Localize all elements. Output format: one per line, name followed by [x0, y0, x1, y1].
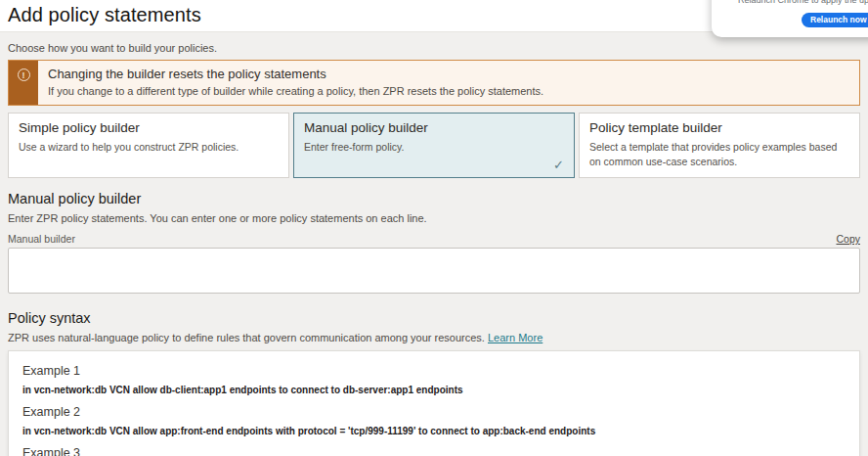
warning-icon-block: ! — [9, 61, 38, 105]
example-label: Example 1 — [22, 364, 846, 378]
card-manual-policy-builder[interactable]: Manual policy builder Enter free-form po… — [293, 113, 575, 178]
example-item: Example 3 in vcn-network:db VCN allow ap… — [22, 446, 846, 456]
copy-link[interactable]: Copy — [836, 233, 860, 245]
manual-builder-field-row: Manual builder Copy — [8, 233, 860, 245]
manual-builder-section-title: Manual policy builder — [8, 191, 860, 206]
alert-circle-icon: ! — [18, 68, 30, 81]
browser-update-popup: Relaunch Chrome to apply the update Rela… — [712, 0, 868, 37]
policy-syntax-examples-box: Example 1 in vcn-network:db VCN allow db… — [8, 350, 860, 456]
selected-check-icon: ✓ — [553, 158, 564, 172]
example-statement: in vcn-network:db VCN allow db-client:ap… — [22, 385, 846, 395]
policy-syntax-description-text: ZPR uses natural-language policy to defi… — [8, 332, 485, 343]
manual-builder-description: Enter ZPR policy statements. You can ent… — [8, 212, 860, 224]
card-policy-template-builder[interactable]: Policy template builder Select a templat… — [579, 113, 860, 178]
relaunch-now-button[interactable]: Relaunch now — [802, 13, 868, 27]
example-statement: in vcn-network:db VCN allow app:front-en… — [22, 426, 846, 436]
example-item: Example 2 in vcn-network:db VCN allow ap… — [22, 405, 846, 436]
warning-body: Changing the builder resets the policy s… — [38, 61, 553, 105]
card-title: Manual policy builder — [304, 120, 564, 135]
card-title: Policy template builder — [589, 120, 849, 135]
example-label: Example 3 — [22, 446, 846, 456]
card-description: Enter free-form policy. — [304, 140, 564, 155]
warning-description: If you change to a different type of bui… — [48, 85, 543, 97]
policy-syntax-description: ZPR uses natural-language policy to defi… — [8, 332, 860, 343]
policy-syntax-section-title: Policy syntax — [8, 310, 860, 326]
update-popup-message: Relaunch Chrome to apply the update — [738, 0, 868, 5]
warning-banner: ! Changing the builder resets the policy… — [8, 60, 860, 106]
example-item: Example 1 in vcn-network:db VCN allow db… — [22, 364, 846, 395]
builder-cards-row: Simple policy builder Use a wizard to he… — [8, 113, 860, 178]
warning-title: Changing the builder resets the policy s… — [48, 67, 543, 81]
card-title: Simple policy builder — [19, 120, 279, 135]
card-simple-policy-builder[interactable]: Simple policy builder Use a wizard to he… — [8, 113, 289, 178]
intro-text: Choose how you want to build your polici… — [8, 42, 860, 54]
card-description: Use a wizard to help you construct ZPR p… — [19, 140, 279, 155]
manual-builder-field-label: Manual builder — [8, 233, 75, 245]
learn-more-link[interactable]: Learn More — [488, 332, 542, 343]
card-description: Select a template that provides policy e… — [589, 140, 849, 168]
manual-builder-textarea[interactable] — [8, 248, 860, 294]
example-label: Example 2 — [22, 405, 846, 419]
